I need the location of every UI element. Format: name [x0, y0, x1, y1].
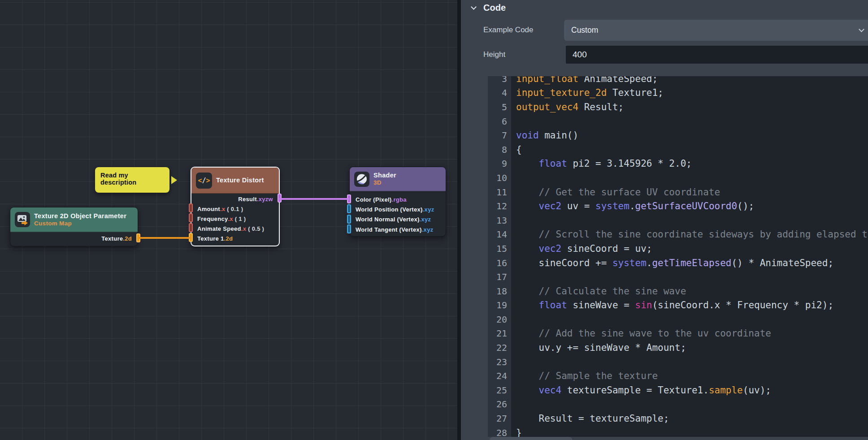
- line-number: 4: [488, 87, 511, 98]
- line-number: 17: [488, 272, 511, 282]
- port-suffix: .rgba: [391, 196, 406, 203]
- node-texture-2d-object-parameter[interactable]: Texture 2D Object Parameter Custom Map T…: [10, 207, 138, 246]
- port-row: Animate Speed.x ( 0.5 ): [191, 224, 279, 233]
- code-line: 13: [488, 213, 868, 228]
- line-number: 21: [488, 328, 511, 339]
- node-header: Texture 2D Object Parameter Custom Map: [10, 207, 138, 232]
- line-number: 19: [488, 300, 511, 311]
- line-number: 11: [488, 187, 511, 198]
- line-number: 10: [488, 173, 511, 183]
- dropdown-selected-value: Custom: [571, 26, 859, 35]
- height-value: 400: [573, 50, 587, 60]
- line-number: 3: [488, 76, 511, 84]
- port-label: World Normal (Vertex): [356, 216, 420, 223]
- code-brackets-icon: </>: [196, 173, 212, 189]
- section-title: Code: [483, 3, 506, 13]
- port-label: Amount: [197, 206, 220, 212]
- code-line: 24 // Sample the texture: [488, 369, 868, 383]
- port-connector[interactable]: [189, 203, 193, 212]
- code-line: 22 uv.y += sineWave * Amount;: [488, 341, 868, 355]
- port-connector[interactable]: [347, 204, 351, 213]
- port-row: World Position (Vertex).xyz: [350, 204, 446, 214]
- line-number: 12: [488, 201, 511, 211]
- port-row: Frequency.x ( 1 ): [191, 214, 279, 224]
- code-line: 10: [488, 171, 868, 185]
- partial-button[interactable]: [490, 437, 573, 440]
- port-row: Amount.x ( 0.1 ): [191, 204, 279, 214]
- line-number: 25: [488, 385, 511, 396]
- line-number: 18: [488, 286, 511, 297]
- line-number: 8: [488, 144, 511, 155]
- result-connection-wire[interactable]: [279, 198, 350, 200]
- code-line: 6: [488, 114, 868, 129]
- example-code-dropdown[interactable]: Custom: [564, 20, 868, 41]
- port-suffix: .2d: [123, 235, 132, 242]
- code-line: 19 float sineWave = sin(sineCoord.x * Fr…: [488, 298, 868, 313]
- port-label: World Position (Vertex): [356, 206, 423, 213]
- port-label: Texture: [101, 235, 123, 242]
- port-suffix: .xyz: [423, 206, 434, 213]
- port-suffix: .x: [228, 216, 233, 222]
- line-number: 16: [488, 258, 511, 268]
- port-suffix: .xyz: [420, 216, 431, 223]
- code-line: 18 // Calculate the sine wave: [488, 284, 868, 298]
- port-suffix: .xyzw: [257, 196, 273, 203]
- port-row: World Normal (Vertex).xyz: [350, 215, 446, 224]
- code-line: 8{: [488, 142, 868, 157]
- code-inspector-panel: Code Example Code Custom Height 400 3inp…: [461, 0, 868, 440]
- port-row: Result.xyzw: [191, 194, 279, 204]
- node-texture-distort[interactable]: </> Texture Distort Result.xyzwAmount.x …: [191, 167, 280, 246]
- code-line: 7void main(): [488, 128, 868, 142]
- line-number: 20: [488, 314, 511, 325]
- texture-connection-wire[interactable]: [138, 237, 191, 239]
- code-line: 26: [488, 397, 868, 412]
- code-line: 17: [488, 270, 868, 284]
- height-label: Height: [483, 50, 505, 59]
- panel-divider: [457, 0, 461, 440]
- port-suffix: .xyz: [422, 226, 434, 233]
- sticky-note[interactable]: Read my description: [95, 167, 169, 193]
- port-default-value: ( 0.5 ): [246, 225, 264, 232]
- chevron-down-icon[interactable]: [471, 4, 477, 10]
- node-shader[interactable]: Shader 3D Color (Pixel).rgbaWorld Positi…: [349, 167, 446, 237]
- node-title: Texture Distort: [216, 177, 264, 184]
- line-number: 7: [488, 130, 511, 141]
- line-number: 27: [488, 413, 511, 424]
- port-connector[interactable]: [189, 213, 193, 222]
- port-connector[interactable]: [347, 224, 351, 233]
- node-graph-canvas[interactable]: Read my description Texture 2D Object Pa…: [0, 0, 457, 440]
- node-header: Shader 3D: [350, 167, 446, 191]
- code-line: 5output_vec4 Result;: [488, 100, 868, 114]
- code-line: 3input_float AnimateSpeed;: [488, 76, 868, 86]
- code-line: 15 vec2 sineCoord = uv;: [488, 242, 868, 256]
- line-number: 26: [488, 399, 511, 410]
- port-row: Color (Pixel).rgba: [350, 194, 446, 204]
- port-default-value: ( 0.1 ): [225, 206, 243, 212]
- line-number: 15: [488, 243, 511, 254]
- texture-image-icon: [15, 212, 30, 227]
- port-label: Animate Speed: [197, 225, 241, 232]
- port-label: Result: [238, 196, 257, 203]
- line-number: 28: [488, 427, 511, 437]
- code-line: 20: [488, 312, 868, 327]
- port-row: Texture 1.2d: [191, 233, 279, 243]
- sticky-note-text: Read my description: [100, 172, 164, 186]
- code-line: 27 Result = textureSample;: [488, 411, 868, 426]
- port-connector[interactable]: [189, 223, 193, 232]
- node-header: </> Texture Distort: [191, 168, 279, 194]
- port-connector[interactable]: [347, 215, 351, 224]
- code-line: 21 // Add the sine wave to the uv coordi…: [488, 327, 868, 341]
- code-line: 11 // Get the surface UV coordinate: [488, 185, 868, 199]
- code-line: 4input_texture_2d Texture1;: [488, 86, 868, 100]
- node-subtitle: 3D: [373, 179, 396, 186]
- port-suffix: .x: [220, 206, 225, 212]
- code-editor[interactable]: 3input_float AnimateSpeed;4input_texture…: [488, 76, 868, 437]
- port-label: Texture 1: [197, 235, 224, 242]
- line-number: 22: [488, 342, 511, 353]
- code-line: 25 vec4 textureSample = Texture1.sample(…: [488, 383, 868, 397]
- code-line: 9 float pi2 = 3.145926 * 2.0;: [488, 157, 868, 171]
- line-number: 24: [488, 371, 511, 381]
- code-line: 14 // Scroll the sine coordinate sideway…: [488, 228, 868, 242]
- height-input[interactable]: 400: [566, 46, 868, 64]
- port-label: Frequency: [197, 216, 228, 222]
